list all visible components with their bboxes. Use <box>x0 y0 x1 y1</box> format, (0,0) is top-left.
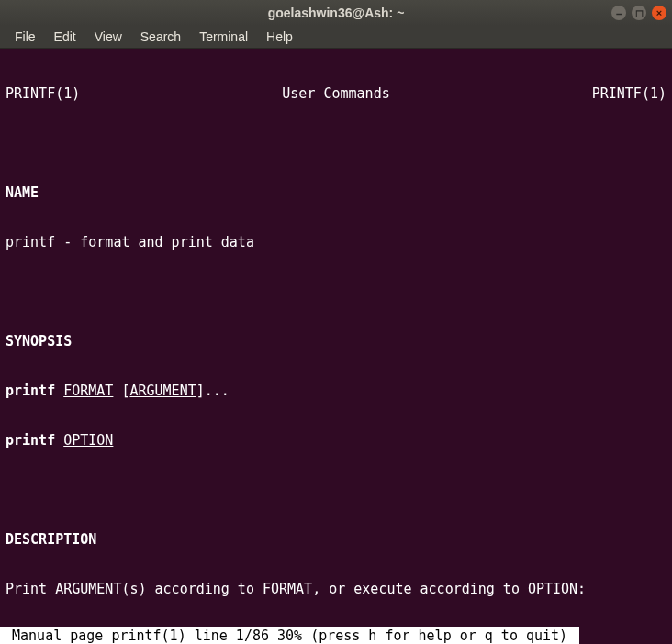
titlebar[interactable]: goelashwin36@Ash: ~ ‒ ◻ × <box>0 0 672 26</box>
syn-rest: ]... <box>196 383 230 399</box>
menu-view[interactable]: View <box>87 28 129 46</box>
window-buttons: ‒ ◻ × <box>611 6 666 20</box>
syn-argument: ARGUMENT <box>129 383 196 399</box>
blank-line <box>0 135 672 151</box>
section-description: DESCRIPTION <box>0 531 672 548</box>
menu-help[interactable]: Help <box>259 28 300 46</box>
name-line: printf - format and print data <box>0 234 672 250</box>
menu-terminal[interactable]: Terminal <box>192 28 255 46</box>
desc-line: Print ARGUMENT(s) according to FORMAT, o… <box>0 581 672 597</box>
syn-openbr: [ <box>113 383 129 399</box>
man-header-center: User Commands <box>282 85 389 102</box>
section-name: NAME <box>0 184 672 201</box>
man-header: PRINTF(1) User Commands PRINTF(1) <box>0 85 672 102</box>
section-synopsis: SYNOPSIS <box>0 333 672 350</box>
terminal-window: goelashwin36@Ash: ~ ‒ ◻ × File Edit View… <box>0 0 672 644</box>
close-button[interactable]: × <box>652 6 666 20</box>
blank-line <box>0 283 672 300</box>
window-title: goelashwin36@Ash: ~ <box>0 6 672 20</box>
syn-printf: printf <box>6 383 55 399</box>
syn-format: FORMAT <box>63 383 113 399</box>
blank-line <box>0 482 672 498</box>
terminal-content[interactable]: PRINTF(1) User Commands PRINTF(1) NAME p… <box>0 49 672 644</box>
synopsis-line-1: printf FORMAT [ARGUMENT]... <box>0 383 672 399</box>
maximize-button[interactable]: ◻ <box>632 6 646 20</box>
minimize-button[interactable]: ‒ <box>611 6 626 20</box>
synopsis-line-2: printf OPTION <box>0 432 672 449</box>
man-header-left: PRINTF(1) <box>6 85 80 102</box>
menu-file[interactable]: File <box>7 28 43 46</box>
syn-printf: printf <box>6 432 55 449</box>
menu-edit[interactable]: Edit <box>47 28 84 46</box>
man-status-bar: Manual page printf(1) line 1/86 30% (pre… <box>0 627 579 644</box>
syn-option: OPTION <box>63 432 113 449</box>
menu-search[interactable]: Search <box>133 28 188 46</box>
menubar: File Edit View Search Terminal Help <box>0 26 672 49</box>
man-header-right: PRINTF(1) <box>592 85 666 102</box>
